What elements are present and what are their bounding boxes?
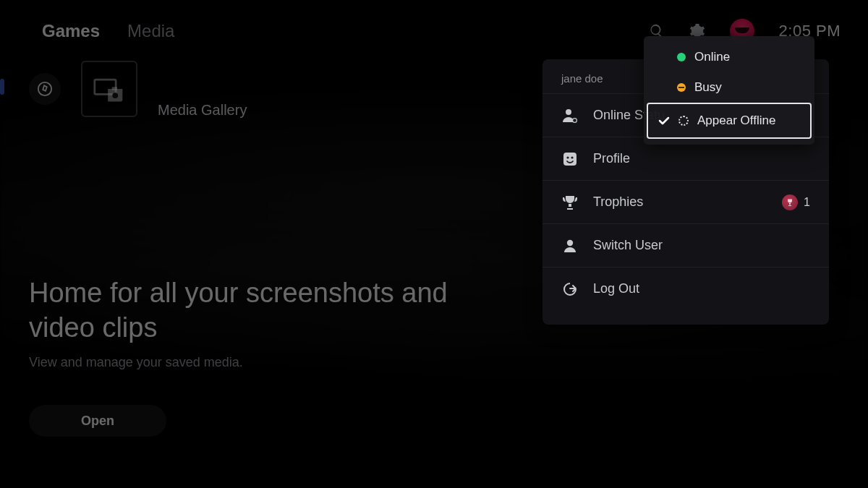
svg-rect-3 [112, 87, 117, 90]
promo-title: Home for all your screenshots and video … [29, 276, 492, 345]
svg-point-9 [571, 156, 573, 158]
svg-point-6 [573, 119, 576, 122]
check-icon [658, 115, 670, 127]
menu-switch-user-label: Switch User [593, 238, 663, 253]
explore-tool[interactable] [29, 73, 61, 105]
status-online-label: Online [694, 50, 730, 64]
online-dot-icon [677, 53, 686, 61]
status-option-online[interactable]: Online [644, 42, 814, 72]
offline-dot-icon [678, 116, 689, 126]
svg-point-4 [566, 109, 571, 115]
status-option-appear-offline[interactable]: Appear Offline [647, 103, 812, 139]
person-status-icon [561, 107, 579, 124]
top-tabs: Games Media [42, 21, 174, 41]
svg-point-10 [567, 239, 573, 245]
status-offline-label: Appear Offline [697, 114, 775, 128]
tab-games[interactable]: Games [42, 21, 100, 41]
logout-icon [561, 281, 579, 298]
menu-log-out[interactable]: Log Out [542, 267, 829, 310]
menu-profile-label: Profile [593, 151, 630, 166]
trophy-icon [561, 194, 579, 211]
svg-rect-7 [563, 153, 576, 166]
trophies-count: 1 [804, 196, 810, 209]
svg-point-2 [112, 93, 118, 98]
svg-point-8 [566, 156, 569, 158]
promo-subtitle: View and manage your saved media. [29, 355, 492, 370]
svg-point-0 [38, 82, 51, 95]
menu-log-out-label: Log Out [593, 281, 639, 296]
gallery-icon [93, 74, 125, 103]
menu-trophies-label: Trophies [593, 194, 643, 210]
profile-icon [561, 150, 579, 168]
person-icon [561, 237, 579, 254]
status-dropdown: Online Busy Appear Offline [644, 36, 814, 145]
open-button[interactable]: Open [29, 405, 166, 437]
tile-media-gallery[interactable] [81, 61, 137, 117]
promo-block: Home for all your screenshots and video … [29, 276, 492, 437]
trophies-notification: 1 [782, 194, 810, 210]
tab-media[interactable]: Media [127, 21, 174, 41]
status-option-busy[interactable]: Busy [644, 72, 814, 103]
status-busy-label: Busy [694, 80, 722, 95]
menu-switch-user[interactable]: Switch User [542, 223, 829, 267]
compass-icon [37, 81, 53, 97]
trophy-badge-icon [782, 194, 798, 210]
menu-trophies[interactable]: Trophies 1 [542, 180, 829, 223]
busy-dot-icon [677, 83, 686, 92]
tile-label: Media Gallery [158, 102, 247, 119]
